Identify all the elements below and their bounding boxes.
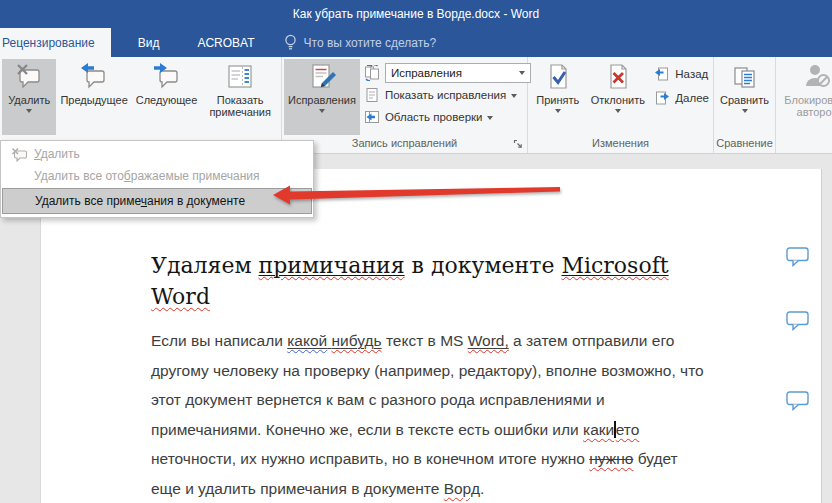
reviewing-pane-icon — [364, 109, 380, 125]
tab-acrobat[interactable]: ACROBAT — [182, 28, 269, 57]
block-authors-label: Блокировать авторов — [782, 94, 832, 118]
menu-item-delete[interactable]: Удалить — [1, 143, 313, 165]
tab-acrobat-label: ACROBAT — [197, 36, 254, 50]
menu-item-delete-all-in-document-label: Удалить все примечания в документе — [35, 194, 245, 208]
next-comment-button[interactable]: Следующее — [132, 59, 202, 135]
display-for-review-caret — [519, 71, 525, 75]
delete-comment-button[interactable]: Удалить — [2, 59, 56, 135]
window-title: Как убрать примечание в Ворде.docx - Wor… — [293, 7, 539, 21]
track-changes-label: Исправления — [288, 94, 356, 106]
display-for-review-combobox[interactable]: Исправления — [385, 63, 531, 83]
show-markup-button[interactable]: Показать исправления — [364, 85, 531, 105]
next-change-button[interactable]: Далее — [654, 89, 709, 107]
compare-button[interactable]: Сравнить — [716, 59, 773, 135]
previous-comment-icon — [79, 62, 109, 92]
menu-item-delete-all-in-document[interactable]: Удалить все примечания в документе — [2, 188, 312, 214]
accept-dropdown-caret — [555, 109, 561, 113]
reject-label: Отклонить — [591, 94, 645, 106]
group-compare-label: Сравнение — [714, 135, 775, 153]
track-changes-button[interactable]: Исправления — [284, 59, 360, 135]
comment-bubble-icon-1[interactable] — [786, 247, 810, 267]
ribbon-tabs: Рецензирование Вид ACROBAT Что вы хотите… — [0, 28, 832, 57]
compare-icon — [730, 62, 760, 92]
next-change-label: Далее — [675, 92, 709, 104]
show-comments-label: Показать примечания — [205, 94, 275, 118]
compare-dropdown-caret — [742, 109, 748, 113]
document-page[interactable]: Удаляем примичания в документе Microsoft… — [40, 169, 822, 503]
next-change-icon — [654, 90, 670, 106]
tell-me-box[interactable]: Что вы хотите сделать? — [284, 28, 437, 57]
delete-dropdown-caret — [26, 109, 32, 113]
word-window: Как убрать примечание в Ворде.docx - Wor… — [0, 0, 832, 503]
display-for-review-row: Исправления — [364, 63, 531, 83]
menu-item-delete-all-shown[interactable]: Удалить все отображаемые примечания — [1, 165, 313, 187]
back-button[interactable]: Назад — [654, 65, 709, 83]
back-icon — [654, 66, 670, 82]
accept-label: Принять — [536, 94, 579, 106]
accept-button[interactable]: Принять — [530, 59, 585, 135]
group-changes: Принять Отклонить — [528, 57, 714, 153]
menu-item-delete-label: Удалить — [34, 147, 80, 161]
show-comments-icon — [225, 62, 255, 92]
back-label: Назад — [675, 68, 708, 80]
delete-comment-icon — [14, 62, 44, 92]
previous-comment-button[interactable]: Предыдущее — [56, 59, 131, 135]
reviewing-pane-button[interactable]: Область проверки — [364, 107, 531, 127]
delete-comment-small-icon — [7, 147, 31, 162]
group-tracking-label: Запись исправлений — [282, 135, 527, 153]
reject-icon — [603, 62, 633, 92]
group-tracking: Исправления Исправления — [282, 57, 528, 153]
reject-button[interactable]: Отклонить — [585, 59, 650, 135]
titlebar: Как убрать примечание в Ворде.docx - Wor… — [0, 0, 832, 28]
tracking-dialog-launcher[interactable] — [513, 139, 523, 149]
block-authors-button[interactable]: Блокировать авторов — [778, 59, 832, 135]
comment-bubble-icon-2[interactable] — [786, 311, 810, 331]
document-paragraph: Если вы написали какой нибудь текст в MS… — [151, 326, 801, 503]
track-changes-dropdown-caret — [319, 109, 325, 113]
block-authors-icon — [802, 62, 832, 92]
delete-menu: Удалить Удалить все отображаемые примеча… — [0, 140, 314, 218]
show-comments-button[interactable]: Показать примечания — [201, 59, 279, 135]
group-comments: Удалить Предыдущее Следующее — [0, 57, 282, 153]
lightbulb-icon — [284, 33, 297, 52]
show-markup-label: Показать исправления — [385, 89, 506, 101]
reviewing-pane-label: Область проверки — [385, 111, 483, 123]
next-comment-icon — [152, 62, 182, 92]
show-markup-icon — [364, 87, 380, 103]
compare-label: Сравнить — [720, 94, 769, 106]
group-compare: Сравнить Сравнение — [714, 57, 776, 153]
group-protect-label — [776, 135, 832, 153]
document-heading: Удаляем примичания в документе Microsoft… — [151, 250, 791, 312]
tab-review-label: Рецензирование — [2, 36, 95, 50]
display-for-review-icon — [364, 65, 380, 81]
display-for-review-value: Исправления — [391, 67, 462, 79]
tab-review[interactable]: Рецензирование — [0, 28, 111, 57]
tab-view-label: Вид — [138, 36, 160, 50]
delete-comment-label: Удалить — [8, 94, 50, 106]
group-changes-label: Изменения — [528, 135, 713, 153]
show-markup-caret — [511, 94, 517, 98]
reviewing-pane-caret — [487, 116, 493, 120]
tab-view[interactable]: Вид — [123, 28, 175, 57]
previous-comment-label: Предыдущее — [60, 94, 127, 106]
next-comment-label: Следующее — [136, 94, 198, 106]
accept-icon — [543, 62, 573, 92]
track-changes-icon — [307, 62, 337, 92]
group-protect: Блокировать авторов — [776, 57, 832, 153]
reject-dropdown-caret — [615, 109, 621, 113]
tell-me-label: Что вы хотите сделать? — [304, 36, 437, 50]
menu-item-delete-all-shown-label: Удалить все отображаемые примечания — [34, 169, 259, 183]
comment-bubble-icon-3[interactable] — [786, 391, 810, 411]
